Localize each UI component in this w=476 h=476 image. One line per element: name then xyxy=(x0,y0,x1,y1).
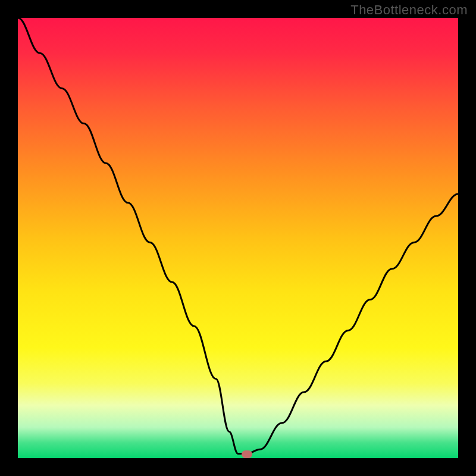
chart-frame: TheBottleneck.com xyxy=(0,0,476,476)
optimum-marker xyxy=(242,450,252,458)
plot-svg xyxy=(18,18,458,458)
gradient-rect xyxy=(18,18,458,458)
plot-area xyxy=(18,18,458,458)
watermark-text: TheBottleneck.com xyxy=(350,2,468,18)
